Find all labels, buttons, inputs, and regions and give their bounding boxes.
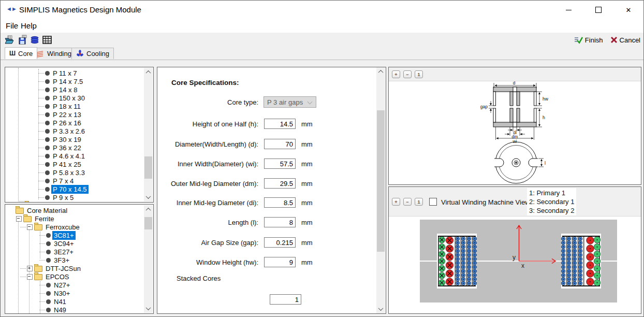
tree-item-dtt[interactable]: DTT-JCSun <box>27 264 82 272</box>
tree-item[interactable]: P 36 x 22 <box>45 143 83 152</box>
materials-database-icon[interactable] <box>30 35 40 45</box>
tab-cooling[interactable]: Cooling <box>71 48 114 59</box>
bullet-icon <box>45 71 50 76</box>
maximize-icon <box>595 7 602 13</box>
tree-item[interactable]: 3E27+ <box>46 248 75 256</box>
scroll-down-button[interactable] <box>144 304 153 313</box>
tree-item[interactable]: P 30 x 19 <box>45 135 83 143</box>
chevron-up-icon <box>378 70 384 75</box>
collapse-icon[interactable] <box>27 224 33 230</box>
outer-midleg-diameter-input[interactable] <box>264 178 296 189</box>
tree-item-label: P 9 x 5 <box>51 193 75 202</box>
tree-item[interactable]: 3F3+ <box>46 256 71 264</box>
core-type-label: Core type: <box>161 98 258 106</box>
zoom-out-button[interactable]: − <box>403 198 412 206</box>
tree-item[interactable]: N49 <box>46 306 68 314</box>
tree-item[interactable]: P 11 x 7 <box>45 69 79 77</box>
tree-item[interactable]: P 14 x 7.5 <box>45 77 84 85</box>
height-one-half-input[interactable] <box>264 119 296 129</box>
bullet-icon <box>46 291 51 296</box>
field-label: Window Height (hw): <box>161 258 258 266</box>
cancel-x-icon <box>610 36 618 44</box>
table-grid-icon[interactable] <box>42 35 52 45</box>
tree-item-selected[interactable]: P 70 x 14.5 <box>45 185 89 193</box>
diameter-input[interactable] <box>264 139 296 149</box>
collapse-icon[interactable] <box>16 216 22 222</box>
field-label: Outer Mid-leg Diameter (dm): <box>161 180 258 188</box>
material-tree-scrollbar[interactable] <box>144 205 153 313</box>
tree-item[interactable]: P 4.6 x 4.1 <box>45 152 86 160</box>
maximize-button[interactable] <box>583 1 613 19</box>
inner-midleg-diameter-input[interactable] <box>264 197 296 208</box>
form-scrollbar[interactable] <box>376 67 385 313</box>
tab-winding[interactable]: Winding <box>32 48 76 59</box>
tree-item[interactable]: P 22 x 13 <box>45 110 83 119</box>
field-unit: mm <box>301 239 313 247</box>
tree-item[interactable]: N41 <box>46 297 68 306</box>
collapse-icon[interactable] <box>27 274 33 280</box>
tree-item[interactable]: 3C94+ <box>46 239 76 248</box>
field-unit: mm <box>301 140 313 148</box>
tree-item[interactable]: P 5.8 x 3.3 <box>45 168 86 177</box>
scroll-up-button[interactable] <box>376 67 385 76</box>
tree-item-selected[interactable]: 3C81+ <box>46 231 76 239</box>
finish-button[interactable]: Finish <box>574 36 603 44</box>
winding-toolbar: + − 1 Virtual Winding Machine View 1: Pr… <box>389 187 641 217</box>
zoom-out-button[interactable]: − <box>403 70 412 78</box>
close-button[interactable]: ✕ <box>613 1 643 19</box>
core-type-row: Core type: P 3 air gaps <box>161 96 316 108</box>
core-material-tree-panel: Core Material Ferrite Ferroxcube 3C81+ 3… <box>5 204 154 314</box>
core-tree-scrollbar[interactable] <box>144 68 153 201</box>
tree-item[interactable]: P 26 x 16 <box>45 119 83 127</box>
tree-item-root[interactable]: Core Material <box>16 206 69 214</box>
tree-item[interactable]: P 9 x 5 <box>45 193 75 201</box>
tree-item[interactable]: P 41 x 25 <box>45 160 83 168</box>
scroll-up-button[interactable] <box>144 205 153 214</box>
scroll-down-button[interactable] <box>376 305 385 313</box>
core-diagram-panel: + − 1 <box>388 67 641 185</box>
save-icon[interactable] <box>18 35 28 45</box>
air-gap-size-input[interactable] <box>264 237 296 248</box>
tree-item-ferrite[interactable]: Ferrite <box>16 214 56 223</box>
tab-core[interactable]: Ш Core <box>5 47 37 59</box>
folder-icon <box>34 224 42 230</box>
tree-item[interactable]: N27+ <box>46 281 71 289</box>
cooling-tab-icon <box>76 50 84 57</box>
tree-item-ferroxcube[interactable]: Ferroxcube <box>27 223 81 231</box>
virtual-winding-machine-checkbox[interactable] <box>429 198 437 206</box>
menu-help[interactable]: Help <box>20 21 38 30</box>
expand-icon[interactable] <box>27 266 33 271</box>
tree-item-epcos[interactable]: EPCOS <box>27 272 71 281</box>
zoom-in-button[interactable]: + <box>392 198 400 206</box>
tree-item-label: P 41 x 25 <box>51 160 83 169</box>
bullet-icon <box>46 299 51 304</box>
menu-file[interactable]: File <box>5 21 19 30</box>
tree-item-label: 3C81+ <box>52 231 76 240</box>
scroll-thumb[interactable] <box>144 156 152 179</box>
tree-item[interactable]: N30+ <box>46 289 71 297</box>
close-icon: ✕ <box>626 7 632 13</box>
scroll-up-button[interactable] <box>144 68 153 77</box>
diagram-toolbar: + − 1 <box>389 67 641 81</box>
tree-item[interactable]: P 18 x 11 <box>45 102 82 110</box>
length-input[interactable] <box>264 217 296 227</box>
scroll-down-button[interactable] <box>144 193 153 201</box>
open-icon[interactable] <box>4 35 14 45</box>
tree-item[interactable]: P 3.3 x 2.6 <box>45 127 86 135</box>
menubar: File Help <box>1 19 643 33</box>
field-unit: mm <box>301 180 313 188</box>
tree-item[interactable]: P 14 x 8 <box>45 85 79 94</box>
stacked-cores-input[interactable] <box>270 294 301 305</box>
inner-width-input[interactable] <box>264 159 296 169</box>
zoom-in-button[interactable]: + <box>392 70 400 78</box>
tree-item[interactable]: P 7 x 4 <box>45 177 75 185</box>
zoom-reset-button[interactable]: 1 <box>415 70 423 78</box>
tree-item[interactable]: P 150 x 30 <box>45 94 86 102</box>
minimize-button[interactable] <box>553 1 583 19</box>
zoom-reset-button[interactable]: 1 <box>415 198 423 206</box>
folder-icon <box>16 208 24 214</box>
scroll-thumb[interactable] <box>144 217 152 229</box>
scroll-thumb[interactable] <box>377 110 385 252</box>
window-height-input[interactable] <box>264 257 296 267</box>
cancel-button[interactable]: Cancel <box>610 36 640 44</box>
